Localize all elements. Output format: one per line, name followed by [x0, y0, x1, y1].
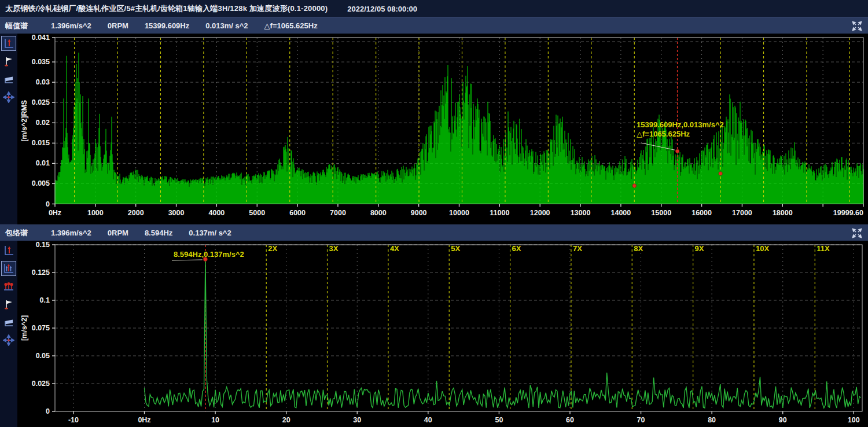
- delta-f-value: △f=1065.625Hz: [264, 21, 318, 30]
- envelope-spectrum-body: 2X3X4X5X6X7X8X9X10X11X-100Hz102030405060…: [0, 241, 868, 427]
- svg-text:0: 0: [46, 407, 50, 415]
- svg-text:0.015: 0.015: [32, 139, 50, 147]
- svg-text:90: 90: [779, 416, 787, 424]
- rpm-value: 0RPM: [108, 21, 128, 30]
- single-cursor-tool[interactable]: [1, 243, 16, 258]
- fullscreen-expand-icon[interactable]: [851, 227, 863, 240]
- svg-text:2X: 2X: [268, 244, 277, 253]
- svg-text:0.025: 0.025: [32, 380, 50, 388]
- cursor-annotation: 8.594Hz,0.137m/s^2: [172, 250, 244, 260]
- svg-text:4000: 4000: [208, 209, 225, 217]
- svg-text:5X: 5X: [451, 244, 460, 253]
- amplitude-spectrum-chart[interactable]: 0Hz1000200030004000500060007000800090001…: [17, 34, 868, 224]
- svg-text:8000: 8000: [370, 209, 387, 217]
- cursor-amplitude-value: 0.137m/ s^2: [189, 229, 231, 237]
- svg-text:80: 80: [708, 416, 716, 424]
- sideband-cursor-tool[interactable]: [1, 261, 16, 276]
- titlebar: 太原钢铁/冷轧硅钢厂/酸连轧作业区/5#主轧机/齿轮箱1轴输入端3H/128k …: [0, 0, 868, 17]
- svg-text:11000: 11000: [490, 209, 509, 217]
- svg-text:60: 60: [566, 416, 574, 424]
- svg-text:40: 40: [424, 416, 432, 424]
- rpm-value: 0RPM: [108, 229, 128, 237]
- svg-text:0Hz: 0Hz: [138, 416, 150, 424]
- svg-text:2000: 2000: [128, 209, 144, 217]
- svg-text:5000: 5000: [249, 209, 265, 217]
- svg-text:0.01: 0.01: [36, 159, 50, 167]
- amplitude-spectrum-panel: 幅值谱 1.396m/s^2 0RPM 15399.609Hz 0.013m/ …: [0, 17, 868, 224]
- envelope-trace: [145, 259, 861, 408]
- measurement-datetime: 2022/12/05 08:00:00: [347, 5, 417, 13]
- svg-text:19999.60: 19999.60: [833, 209, 863, 217]
- svg-text:16000: 16000: [692, 209, 712, 217]
- svg-text:20: 20: [282, 416, 290, 424]
- svg-text:70: 70: [637, 416, 645, 424]
- spectrum-trace: [55, 53, 863, 204]
- svg-text:10000: 10000: [449, 209, 469, 217]
- svg-text:0.05: 0.05: [36, 352, 50, 360]
- svg-text:0.005: 0.005: [32, 179, 50, 187]
- peak-cursor-tool[interactable]: [1, 36, 16, 51]
- amplitude-spectrum-body: 0Hz1000200030004000500060007000800090001…: [0, 34, 868, 224]
- cursor-annotation: 15399.609Hz,0.013m/s^2△f=1065.625Hz: [637, 120, 724, 150]
- svg-text:0.075: 0.075: [32, 324, 50, 332]
- svg-text:0Hz: 0Hz: [49, 209, 61, 217]
- svg-text:0.1: 0.1: [40, 296, 50, 304]
- svg-text:15000: 15000: [651, 209, 671, 217]
- envelope-spectrum-panel: 包络谱 1.396m/s^2 0RPM 8.594Hz 0.137m/ s^2: [0, 224, 868, 427]
- measurement-point-path: 太原钢铁/冷轧硅钢厂/酸连轧作业区/5#主轧机/齿轮箱1轴输入端3H/128k …: [5, 3, 328, 14]
- cursor-frequency-value: 8.594Hz: [145, 229, 172, 237]
- pan-tool[interactable]: [1, 90, 16, 105]
- svg-text:3000: 3000: [168, 209, 185, 217]
- amplitude-toolbar: [0, 34, 17, 224]
- svg-text:12000: 12000: [530, 209, 550, 217]
- svg-text:7000: 7000: [330, 209, 346, 217]
- svg-text:0.025: 0.025: [32, 98, 50, 106]
- flag-marker-tool[interactable]: [1, 297, 16, 312]
- svg-text:50: 50: [495, 416, 503, 424]
- cursor-frequency-value: 15399.609Hz: [145, 21, 189, 30]
- svg-text:0.125: 0.125: [32, 268, 50, 277]
- svg-text:△f=1065.625Hz: △f=1065.625Hz: [637, 130, 690, 138]
- amplitude-spectrum-header: 幅值谱 1.396m/s^2 0RPM 15399.609Hz 0.013m/ …: [0, 17, 868, 34]
- svg-text:0: 0: [46, 200, 50, 208]
- flag-marker-tool[interactable]: [1, 54, 16, 69]
- cursor-amplitude-value: 0.013m/ s^2: [205, 21, 248, 30]
- svg-text:10: 10: [211, 416, 219, 424]
- svg-text:3X: 3X: [329, 244, 339, 253]
- envelope-toolbar: [0, 241, 17, 427]
- report-flag-tool[interactable]: [1, 72, 16, 87]
- harmonic-cursor-tool[interactable]: [1, 279, 16, 294]
- fullscreen-expand-icon[interactable]: [851, 20, 863, 32]
- report-flag-tool[interactable]: [1, 315, 16, 330]
- svg-text:14000: 14000: [611, 209, 631, 217]
- svg-text:13000: 13000: [571, 209, 591, 217]
- overall-rms-value: 1.396m/s^2: [51, 229, 91, 237]
- envelope-spectrum-title: 包络谱: [5, 228, 28, 238]
- pan-tool[interactable]: [1, 333, 16, 348]
- svg-text:0.02: 0.02: [36, 119, 50, 127]
- svg-text:30: 30: [353, 416, 361, 424]
- vibration-analysis-app: 太原钢铁/冷轧硅钢厂/酸连轧作业区/5#主轧机/齿轮箱1轴输入端3H/128k …: [0, 0, 868, 427]
- svg-text:8.594Hz,0.137m/s^2: 8.594Hz,0.137m/s^2: [174, 250, 244, 259]
- svg-text:9X: 9X: [695, 244, 704, 253]
- svg-text:0.041: 0.041: [32, 34, 50, 42]
- svg-text:0.15: 0.15: [36, 241, 50, 249]
- svg-text:8X: 8X: [634, 244, 643, 253]
- svg-text:11X: 11X: [816, 244, 830, 253]
- svg-text:18000: 18000: [773, 209, 793, 217]
- svg-text:4X: 4X: [390, 244, 399, 253]
- svg-text:9000: 9000: [411, 209, 427, 217]
- svg-text:6X: 6X: [512, 244, 521, 253]
- svg-text:15399.609Hz,0.013m/s^2: 15399.609Hz,0.013m/s^2: [637, 120, 724, 129]
- envelope-spectrum-header: 包络谱 1.396m/s^2 0RPM 8.594Hz 0.137m/ s^2: [0, 224, 868, 241]
- svg-text:0.035: 0.035: [32, 58, 50, 66]
- svg-text:10X: 10X: [756, 244, 769, 253]
- svg-text:6000: 6000: [289, 209, 306, 217]
- overall-rms-value: 1.396m/s^2: [51, 21, 91, 30]
- svg-text:17000: 17000: [732, 209, 752, 217]
- svg-text:[m/s^2]: [m/s^2]: [20, 315, 28, 341]
- svg-text:0.03: 0.03: [36, 78, 50, 86]
- envelope-spectrum-chart[interactable]: 2X3X4X5X6X7X8X9X10X11X-100Hz102030405060…: [17, 241, 868, 427]
- svg-text:[m/s^2]RMS: [m/s^2]RMS: [20, 100, 28, 142]
- grid: [55, 245, 862, 411]
